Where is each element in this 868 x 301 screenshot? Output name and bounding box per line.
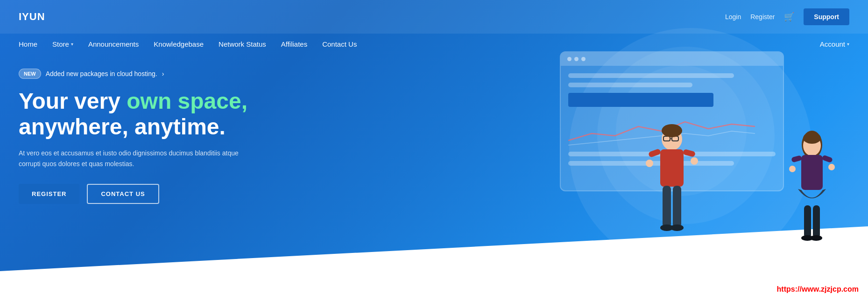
svg-rect-6 [648, 148, 662, 158]
person-right-illustration [784, 131, 840, 252]
store-chevron-icon: ▾ [71, 42, 73, 47]
svg-point-13 [670, 224, 684, 231]
nav-affiliates[interactable]: Affiliates [281, 40, 307, 48]
svg-rect-18 [791, 155, 802, 162]
browser-dot-1 [567, 57, 572, 61]
nav-announcements[interactable]: Announcements [88, 40, 139, 48]
svg-rect-7 [683, 149, 696, 157]
svg-point-16 [803, 133, 821, 144]
browser-highlight [568, 93, 713, 107]
badge-row: NEW Added new packages in cloud hosting.… [19, 69, 308, 79]
nav-left: Home Store ▾ Announcements Knowledgebase… [19, 40, 357, 48]
svg-rect-11 [673, 186, 681, 228]
nav-store[interactable]: Store ▾ [52, 40, 73, 48]
svg-point-21 [828, 164, 835, 170]
page-wrapper: IYUN Login Register 🛒 Support Home Store… [0, 0, 868, 301]
login-link[interactable]: Login [725, 13, 741, 21]
nav-right: Account ▾ [820, 40, 849, 48]
browser-bar-2 [568, 83, 692, 87]
register-link[interactable]: Register [750, 13, 775, 21]
svg-point-20 [789, 166, 796, 172]
nav-knowledgebase[interactable]: Knowledgebase [154, 40, 204, 48]
browser-dot-2 [574, 57, 579, 61]
hero-title-part1: Your very [19, 89, 127, 113]
watermark: https://www.zjzjcp.com [777, 285, 859, 294]
nav-account[interactable]: Account ▾ [820, 40, 849, 48]
svg-rect-10 [663, 186, 671, 228]
hero-subtitle: At vero eos et accusamus et iusto odio d… [19, 148, 243, 169]
svg-rect-22 [804, 205, 811, 238]
svg-rect-5 [660, 149, 684, 187]
hero-buttons: REGISTER CONTACT US [19, 184, 308, 204]
badge-text: Added new packages in cloud hosting. [46, 70, 157, 77]
nav-contact-us[interactable]: Contact Us [322, 40, 357, 48]
new-badge: NEW [19, 69, 41, 79]
badge-arrow-icon: › [162, 70, 164, 77]
svg-rect-23 [813, 205, 820, 238]
svg-point-9 [691, 157, 698, 165]
hero-section: NEW Added new packages in cloud hosting.… [0, 55, 327, 204]
illustration-area [466, 37, 868, 280]
nav-network-status[interactable]: Network Status [219, 40, 266, 48]
person-left-illustration [639, 121, 705, 252]
support-button[interactable]: Support [804, 8, 849, 25]
browser-bar-1 [568, 73, 734, 78]
logo: IYUN [19, 11, 45, 23]
cart-icon[interactable]: 🛒 [784, 12, 794, 22]
svg-point-4 [662, 124, 682, 137]
svg-point-8 [646, 160, 653, 167]
svg-point-25 [810, 235, 822, 241]
account-chevron-icon: ▾ [847, 42, 849, 47]
register-button[interactable]: REGISTER [19, 184, 79, 204]
contact-us-button[interactable]: CONTACT US [87, 184, 159, 204]
svg-rect-17 [801, 155, 823, 190]
hero-title-part2: anywhere, anytime. [19, 114, 226, 139]
hero-title-highlight: own space, [127, 89, 247, 113]
nav-bar: Home Store ▾ Announcements Knowledgebase… [0, 34, 868, 55]
top-bar: IYUN Login Register 🛒 Support [0, 0, 868, 34]
svg-rect-19 [822, 155, 833, 163]
browser-dot-3 [581, 57, 586, 61]
nav-home[interactable]: Home [19, 40, 37, 48]
hero-title: Your very own space, anywhere, anytime. [19, 88, 308, 140]
top-bar-right: Login Register 🛒 Support [725, 8, 849, 25]
